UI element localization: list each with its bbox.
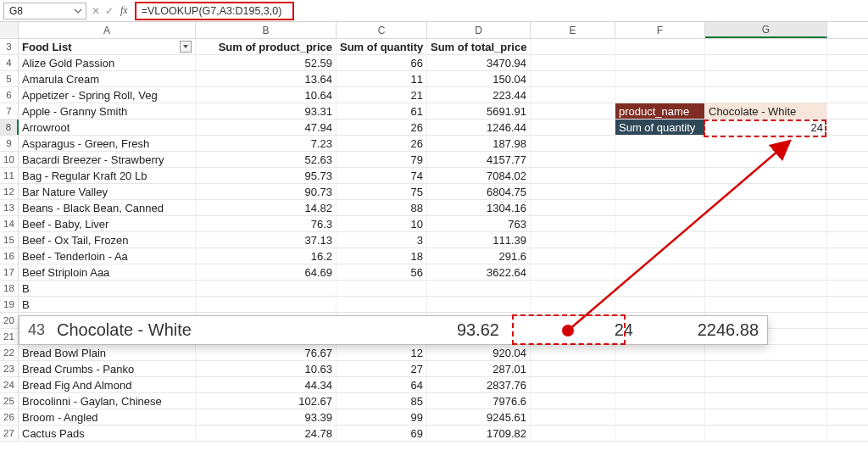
- cell[interactable]: [531, 168, 615, 183]
- cell[interactable]: Beef - Ox Tail, Frozen: [19, 232, 196, 247]
- cell[interactable]: [615, 361, 705, 376]
- cell[interactable]: 66: [337, 55, 427, 70]
- cell[interactable]: [615, 136, 705, 151]
- row-header[interactable]: 18: [0, 281, 19, 296]
- row-header[interactable]: 5: [0, 71, 19, 86]
- cell[interactable]: 7.23: [196, 136, 337, 151]
- cell[interactable]: [615, 264, 705, 280]
- row-header[interactable]: 6: [0, 87, 19, 103]
- col-header-G[interactable]: G: [705, 22, 827, 38]
- col-header-A[interactable]: A: [19, 22, 196, 38]
- cell[interactable]: 74: [337, 168, 427, 183]
- col-header-F[interactable]: F: [615, 22, 705, 38]
- filter-dropdown-icon[interactable]: [180, 41, 192, 53]
- cell[interactable]: 3470.94: [427, 55, 531, 70]
- cell[interactable]: 99: [337, 409, 427, 425]
- cell[interactable]: [705, 297, 827, 312]
- cell[interactable]: [705, 248, 827, 264]
- cell[interactable]: Asparagus - Green, Fresh: [19, 136, 196, 151]
- cell[interactable]: 10: [337, 216, 427, 231]
- row-header[interactable]: 19: [0, 297, 19, 312]
- cell[interactable]: [531, 345, 615, 360]
- cell[interactable]: 5691.91: [427, 103, 531, 119]
- row-header[interactable]: 11: [0, 168, 19, 183]
- cell[interactable]: 27: [337, 361, 427, 376]
- cell[interactable]: [337, 281, 427, 296]
- row-header[interactable]: 9: [0, 136, 19, 151]
- cell[interactable]: 7084.02: [427, 168, 531, 183]
- cell[interactable]: Beans - Black Bean, Canned: [19, 200, 196, 215]
- cell[interactable]: 37.13: [196, 232, 337, 247]
- select-all-corner[interactable]: [0, 22, 19, 38]
- cell[interactable]: 13.64: [196, 71, 337, 86]
- cell[interactable]: [531, 393, 615, 409]
- cell[interactable]: [705, 152, 827, 167]
- cell[interactable]: [196, 281, 337, 296]
- cell[interactable]: 11: [337, 71, 427, 86]
- row-header[interactable]: 26: [0, 409, 19, 425]
- cell[interactable]: 223.44: [427, 87, 531, 103]
- cell[interactable]: [705, 264, 827, 280]
- cell[interactable]: Beef - Tenderloin - Aa: [19, 248, 196, 264]
- cell[interactable]: [705, 393, 827, 409]
- cell[interactable]: 24.78: [196, 425, 337, 441]
- cell[interactable]: 763: [427, 216, 531, 231]
- cell[interactable]: Cactus Pads: [19, 425, 196, 441]
- cell[interactable]: [531, 409, 615, 425]
- cell[interactable]: 6804.75: [427, 184, 531, 199]
- cell[interactable]: [615, 425, 705, 441]
- cell[interactable]: [427, 281, 531, 296]
- cell[interactable]: [705, 136, 827, 151]
- cell[interactable]: 7976.6: [427, 393, 531, 409]
- cell[interactable]: 111.39: [427, 232, 531, 247]
- cell[interactable]: [531, 425, 615, 441]
- cell[interactable]: [615, 216, 705, 231]
- row-header[interactable]: 14: [0, 216, 19, 231]
- cell[interactable]: 76.67: [196, 345, 337, 360]
- cell[interactable]: [705, 87, 827, 103]
- cell[interactable]: B: [19, 281, 196, 296]
- cell[interactable]: [615, 39, 705, 54]
- cell[interactable]: [705, 361, 827, 376]
- row-header[interactable]: 7: [0, 103, 19, 119]
- cell[interactable]: [531, 361, 615, 376]
- cell[interactable]: [615, 393, 705, 409]
- cell[interactable]: [615, 200, 705, 215]
- cell[interactable]: [427, 297, 531, 312]
- row-header[interactable]: 17: [0, 264, 19, 280]
- cell[interactable]: 95.73: [196, 168, 337, 183]
- cell[interactable]: 2837.76: [427, 377, 531, 392]
- cell[interactable]: 102.67: [196, 393, 337, 409]
- cell[interactable]: [705, 232, 827, 247]
- cell[interactable]: [531, 200, 615, 215]
- cell[interactable]: 64: [337, 377, 427, 392]
- cell[interactable]: [705, 168, 827, 183]
- cell[interactable]: 291.6: [427, 248, 531, 264]
- cell[interactable]: [196, 297, 337, 312]
- cell[interactable]: 44.34: [196, 377, 337, 392]
- cell[interactable]: 1709.82: [427, 425, 531, 441]
- cell[interactable]: 85: [337, 393, 427, 409]
- cell[interactable]: Sum of product_price: [196, 39, 337, 54]
- name-box[interactable]: G8: [3, 3, 86, 19]
- cell[interactable]: Appetizer - Spring Roll, Veg: [19, 87, 196, 103]
- cell[interactable]: 150.04: [427, 71, 531, 86]
- cell[interactable]: [531, 264, 615, 280]
- cell[interactable]: Brocolinni - Gaylan, Chinese: [19, 393, 196, 409]
- cell[interactable]: 21: [337, 87, 427, 103]
- cell[interactable]: 79: [337, 152, 427, 167]
- row-header[interactable]: 16: [0, 248, 19, 264]
- cell[interactable]: [531, 232, 615, 247]
- cell[interactable]: [615, 248, 705, 264]
- cell[interactable]: [531, 39, 615, 54]
- cell[interactable]: Bag - Regular Kraft 20 Lb: [19, 168, 196, 183]
- cell[interactable]: [615, 71, 705, 86]
- cell[interactable]: [531, 281, 615, 296]
- row-header[interactable]: 22: [0, 345, 19, 360]
- cell[interactable]: [705, 216, 827, 231]
- cell[interactable]: [705, 345, 827, 360]
- cell[interactable]: 287.01: [427, 361, 531, 376]
- row-header[interactable]: 20: [0, 313, 19, 328]
- row-header[interactable]: 15: [0, 232, 19, 247]
- cell[interactable]: 1246.44: [427, 120, 531, 135]
